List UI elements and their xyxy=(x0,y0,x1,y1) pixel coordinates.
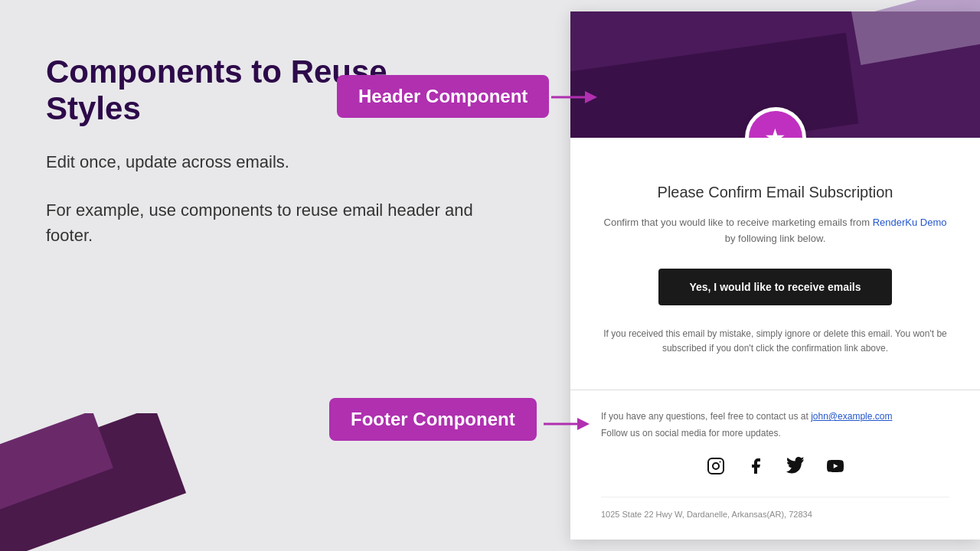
contact-email-link[interactable]: john@example.com xyxy=(811,411,892,422)
facebook-icon[interactable] xyxy=(743,454,768,478)
social-icons-row xyxy=(601,454,949,478)
email-body: Please Confirm Email Subscription Confir… xyxy=(570,138,980,390)
email-header: ★ xyxy=(570,11,980,138)
svg-point-6 xyxy=(719,461,720,463)
header-component-label: Header Component xyxy=(337,75,549,118)
confirm-button[interactable]: Yes, I would like to receive emails xyxy=(658,269,891,305)
desc2: For example, use components to reuse ema… xyxy=(46,197,475,248)
footer-component-label: Footer Component xyxy=(329,398,537,441)
youtube-icon[interactable] xyxy=(823,454,848,478)
contact-line1: If you have any questions, feel free to … xyxy=(601,411,811,422)
footer-contact: If you have any questions, feel free to … xyxy=(601,409,949,442)
renderku-link[interactable]: RenderKu Demo xyxy=(873,217,947,228)
subtitle-end: by following link below. xyxy=(725,233,826,244)
email-title: Please Confirm Email Subscription xyxy=(601,184,949,201)
instagram-icon[interactable] xyxy=(704,454,728,478)
svg-marker-3 xyxy=(577,418,590,430)
footer-address: 1025 State 22 Hwy W, Dardanelle, Arkansa… xyxy=(601,497,949,519)
star-icon: ★ xyxy=(764,126,786,138)
twitter-icon[interactable] xyxy=(783,454,808,478)
email-note: If you received this email by mistake, s… xyxy=(601,327,949,356)
star-circle: ★ xyxy=(749,111,802,138)
deco-bottom-left xyxy=(0,413,191,551)
svg-point-5 xyxy=(713,463,719,469)
footer-arrow xyxy=(544,413,590,435)
desc1: Edit once, update across emails. xyxy=(46,149,475,174)
contact-line2: Follow us on social media for more updat… xyxy=(601,428,781,439)
svg-marker-1 xyxy=(585,91,597,103)
header-arrow xyxy=(551,86,597,108)
email-footer: If you have any questions, feel free to … xyxy=(570,409,980,534)
header-logo: ★ xyxy=(745,107,806,138)
subtitle-text: Confirm that you would like to receive m… xyxy=(604,217,873,228)
email-subtitle: Confirm that you would like to receive m… xyxy=(601,215,949,247)
svg-rect-4 xyxy=(708,458,724,474)
email-divider xyxy=(570,390,980,390)
email-preview-panel: ★ Please Confirm Email Subscription Conf… xyxy=(570,11,980,540)
